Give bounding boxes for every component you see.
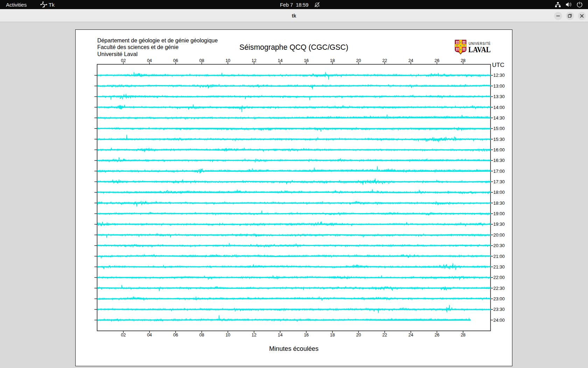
svg-text:02: 02 (121, 58, 126, 63)
svg-text:28: 28 (461, 333, 465, 338)
svg-text:21:30: 21:30 (493, 264, 505, 270)
svg-text:22: 22 (382, 58, 387, 63)
svg-text:20: 20 (356, 58, 361, 63)
svg-text:02: 02 (121, 333, 126, 338)
svg-text:Université Laval: Université Laval (97, 51, 138, 57)
svg-text:16: 16 (304, 58, 309, 63)
svg-text:Faculté des sciences et de gén: Faculté des sciences et de génie (97, 44, 178, 50)
svg-text:23:30: 23:30 (493, 307, 505, 312)
svg-text:04: 04 (147, 58, 152, 63)
svg-text:16:30: 16:30 (493, 158, 505, 163)
svg-text:20:30: 20:30 (493, 243, 505, 248)
svg-text:08: 08 (199, 58, 204, 63)
svg-text:24: 24 (408, 58, 413, 63)
svg-text:12: 12 (252, 58, 257, 63)
svg-text:04: 04 (147, 333, 152, 338)
svg-text:19:00: 19:00 (493, 211, 505, 216)
svg-text:13:30: 13:30 (493, 94, 505, 99)
svg-text:14:00: 14:00 (493, 105, 505, 110)
svg-text:26: 26 (434, 333, 439, 338)
svg-text:20: 20 (356, 333, 361, 338)
svg-text:15:00: 15:00 (493, 126, 505, 131)
svg-text:23:00: 23:00 (493, 296, 505, 301)
svg-text:14: 14 (278, 58, 282, 63)
svg-text:10: 10 (225, 58, 230, 63)
svg-text:15:30: 15:30 (493, 137, 505, 142)
svg-text:22:00: 22:00 (493, 275, 505, 280)
svg-text:LAVAL: LAVAL (468, 45, 491, 54)
svg-text:26: 26 (434, 58, 439, 63)
svg-text:13:00: 13:00 (493, 83, 505, 89)
svg-text:12: 12 (252, 333, 257, 338)
svg-text:21:00: 21:00 (493, 254, 505, 259)
svg-text:18:00: 18:00 (493, 190, 505, 195)
svg-text:20:00: 20:00 (493, 232, 505, 238)
svg-text:12:30: 12:30 (493, 73, 505, 78)
svg-text:17:00: 17:00 (493, 169, 505, 174)
svg-text:19:30: 19:30 (493, 222, 505, 227)
svg-text:06: 06 (173, 58, 178, 63)
svg-text:Département de géologie et de: Département de géologie et de génie géol… (97, 37, 218, 44)
svg-text:14: 14 (278, 333, 282, 338)
svg-text:24:00: 24:00 (493, 318, 505, 323)
svg-text:06: 06 (173, 333, 178, 338)
svg-text:18:30: 18:30 (493, 200, 505, 206)
svg-text:28: 28 (461, 58, 465, 63)
svg-text:08: 08 (199, 333, 204, 338)
svg-text:24: 24 (408, 333, 413, 338)
svg-text:22:30: 22:30 (493, 286, 505, 291)
svg-text:UTC: UTC (492, 62, 504, 68)
svg-text:16: 16 (304, 333, 309, 338)
svg-text:17:30: 17:30 (493, 179, 505, 184)
svg-text:22: 22 (382, 333, 387, 338)
svg-text:14:30: 14:30 (493, 115, 505, 121)
svg-text:18: 18 (330, 333, 335, 338)
svg-text:Minutes écoulées: Minutes écoulées (269, 345, 318, 352)
svg-text:Séismographe QCQ (CGC/GSC): Séismographe QCQ (CGC/GSC) (239, 43, 348, 52)
svg-text:18: 18 (330, 58, 335, 63)
svg-text:16:00: 16:00 (493, 147, 505, 152)
svg-text:10: 10 (225, 333, 230, 338)
